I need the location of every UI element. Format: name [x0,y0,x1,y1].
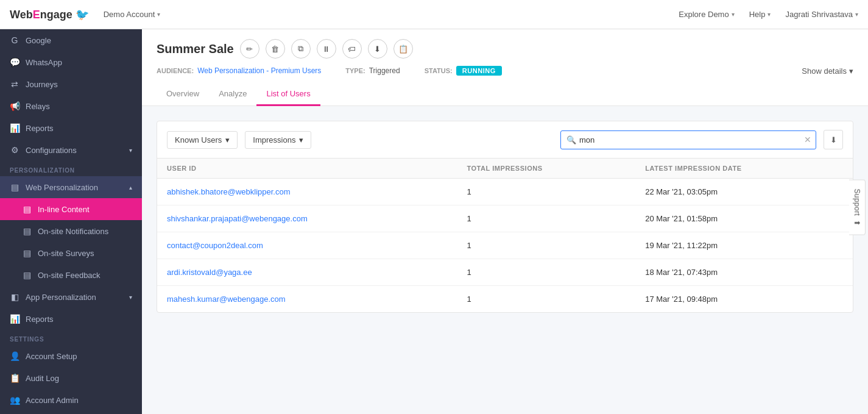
status-label: STATUS: [425,67,453,74]
campaign-title-row: Summer Sale ✏ 🗑 ⧉ ⏸ 🏷 ⬇ 📋 [157,39,853,59]
sidebar-item-app-personalization[interactable]: ◧ App Personalization ▾ [0,286,142,308]
sidebar-item-audit-log[interactable]: 📋 Audit Log [0,367,142,389]
clipboard-button[interactable]: 📋 [393,39,413,59]
date-cell: 19 Mar '21, 11:22pm [635,232,853,259]
chevron-down-icon: ▾ [767,11,771,18]
sidebar-item-inline-content[interactable]: ▤ In-line Content [0,198,142,220]
type-value: Triggered [369,66,400,75]
users-table: USER ID TOTAL IMPRESSIONS LATEST IMPRESS… [157,159,853,312]
tab-analyze[interactable]: Analyze [209,83,256,106]
configurations-icon: ⚙ [10,145,19,155]
support-tab[interactable]: Support ⬆ [849,179,866,235]
on-site-notifications-icon: ▤ [22,226,32,236]
help-btn[interactable]: Help ▾ [749,10,771,19]
sidebar-item-account-setup[interactable]: 👤 Account Setup [0,345,142,367]
personalization-section-label: PERSONALIZATION [0,161,142,176]
campaign-header: Summer Sale ✏ 🗑 ⧉ ⏸ 🏷 ⬇ 📋 AUDIENCE: Web … [142,29,868,106]
google-icon: G [10,35,19,45]
col-latest-impression-date: LATEST IMPRESSION DATE [635,159,853,179]
col-user-id: USER ID [157,159,457,179]
tag-button[interactable]: 🏷 [342,39,362,59]
sidebar-item-reports[interactable]: 📊 Reports [0,117,142,139]
search-input[interactable] [560,130,816,149]
support-icon: ⬆ [853,219,861,226]
journeys-icon: ⇄ [10,79,19,89]
clear-search-button[interactable]: ✕ [804,135,811,145]
chevron-down-icon: ▾ [157,11,160,18]
sidebar-item-on-site-feedback[interactable]: ▤ On-site Feedback [0,264,142,286]
search-icon: 🔍 [566,135,576,145]
show-details-button[interactable]: Show details ▾ [802,66,853,76]
col-total-impressions: TOTAL IMPRESSIONS [457,159,635,179]
campaign-tabs: Overview Analyze List of Users [157,83,853,105]
sidebar-item-journeys[interactable]: ⇄ Journeys [0,73,142,95]
sidebar-item-web-personalization[interactable]: ▤ Web Personalization ▴ [0,176,142,198]
search-wrapper: 🔍 ✕ [560,130,816,149]
web-personalization-icon: ▤ [10,182,19,192]
settings-section-label: SETTINGS [0,330,142,345]
sidebar-item-configurations[interactable]: ⚙ Configurations ▾ [0,139,142,161]
user-id-cell[interactable]: mahesh.kumar@webengage.com [157,286,457,313]
audience-meta: AUDIENCE: Web Personalization - Premium … [157,66,321,75]
impressions-cell: 1 [457,286,635,313]
status-meta: STATUS: RUNNING [425,66,502,76]
type-label: TYPE: [345,67,365,74]
logo: WebEngage 🐦 [10,8,89,21]
sidebar-item-google[interactable]: G Google [0,29,142,51]
audit-log-icon: 📋 [10,373,19,383]
inline-content-icon: ▤ [22,204,32,214]
date-cell: 22 Mar '21, 03:05pm [635,179,853,205]
status-badge: RUNNING [456,66,502,76]
app-personalization-icon: ◧ [10,292,19,302]
reports2-icon: 📊 [10,314,19,324]
relays-icon: 📢 [10,101,19,111]
tab-overview[interactable]: Overview [157,83,209,106]
date-cell: 18 Mar '21, 07:43pm [635,259,853,286]
sidebar-item-relays[interactable]: 📢 Relays [0,95,142,117]
on-site-feedback-icon: ▤ [22,270,32,280]
chevron-down-icon: ▾ [855,11,858,18]
impressions-cell: 1 [457,179,635,205]
edit-button[interactable]: ✏ [240,39,259,59]
sidebar-item-billing[interactable]: 💳 Billing [0,411,142,414]
pause-button[interactable]: ⏸ [317,39,336,59]
top-nav: WebEngage 🐦 Demo Account ▾ Explore Demo … [0,0,868,29]
table-row: ardi.kristovald@yaga.ee 1 18 Mar '21, 07… [157,259,853,286]
user-menu[interactable]: Jagrati Shrivastava ▾ [785,10,858,19]
date-cell: 20 Mar '21, 01:58pm [635,205,853,232]
user-id-cell[interactable]: contact@coupon2deal.com [157,232,457,259]
tab-list-of-users[interactable]: List of Users [256,83,320,106]
impressions-filter[interactable]: Impressions ▾ [245,131,311,149]
main-content: Summer Sale ✏ 🗑 ⧉ ⏸ 🏷 ⬇ 📋 AUDIENCE: Web … [142,29,868,414]
impressions-cell: 1 [457,259,635,286]
impressions-cell: 1 [457,232,635,259]
sidebar-item-whatsapp[interactable]: 💬 WhatsApp [0,51,142,73]
known-users-filter[interactable]: Known Users ▾ [167,131,238,149]
account-setup-icon: 👤 [10,351,19,361]
user-id-cell[interactable]: ardi.kristovald@yaga.ee [157,259,457,286]
audience-value[interactable]: Web Personalization - Premium Users [197,66,321,75]
table-row: shivshankar.prajapati@webengage.com 1 20… [157,205,853,232]
sidebar-item-on-site-surveys[interactable]: ▤ On-site Surveys [0,242,142,264]
chevron-down-icon: ▾ [129,294,132,301]
table-row: abhishek.bhatore@webklipper.com 1 22 Mar… [157,179,853,205]
top-nav-right: Explore Demo ▾ Help ▾ Jagrati Shrivastav… [679,10,858,19]
campaign-meta: AUDIENCE: Web Personalization - Premium … [157,66,853,83]
explore-demo-btn[interactable]: Explore Demo ▾ [679,10,734,19]
type-meta: TYPE: Triggered [345,66,400,75]
campaign-title: Summer Sale [157,42,234,56]
download-button[interactable]: ⬇ [824,130,843,149]
sidebar: G Google 💬 WhatsApp ⇄ Journeys 📢 Relays … [0,29,142,414]
sidebar-item-reports2[interactable]: 📊 Reports [0,308,142,330]
delete-button[interactable]: 🗑 [266,39,285,59]
user-id-cell[interactable]: abhishek.bhatore@webklipper.com [157,179,457,205]
account-switcher[interactable]: Demo Account ▾ [104,10,161,19]
sidebar-item-on-site-notifications[interactable]: ▤ On-site Notifications [0,220,142,242]
list-toolbar: Known Users ▾ Impressions ▾ 🔍 ✕ ⬇ [157,121,853,159]
copy-button[interactable]: ⧉ [291,39,311,59]
export-button[interactable]: ⬇ [368,39,387,59]
user-id-cell[interactable]: shivshankar.prajapati@webengage.com [157,205,457,232]
list-container: Known Users ▾ Impressions ▾ 🔍 ✕ ⬇ [157,121,853,313]
sidebar-item-account-admin[interactable]: 👥 Account Admin [0,389,142,411]
on-site-surveys-icon: ▤ [22,248,32,258]
